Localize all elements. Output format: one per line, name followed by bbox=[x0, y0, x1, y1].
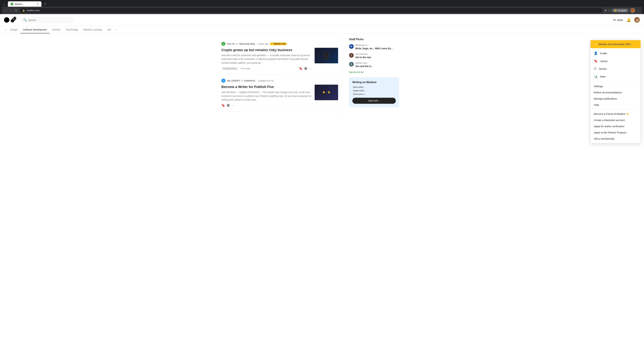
article-tag[interactable]: Cryptocurrency bbox=[221, 67, 238, 70]
bitcoin-icon: ₿ bbox=[325, 52, 328, 60]
dropdown-stories[interactable]: ☰ Stories bbox=[590, 65, 640, 72]
pick-title[interactable]: Birds, bugs, an... Wiki Loves Ea... bbox=[355, 47, 392, 50]
incognito-label: Incognito bbox=[618, 9, 626, 12]
stories-icon: ☰ bbox=[594, 67, 596, 70]
profile-label: Profile bbox=[600, 52, 607, 55]
footer-actions: 🔖 ⓫ ⋯ bbox=[221, 104, 234, 107]
nav-tag-ml[interactable]: Machine Learning bbox=[81, 26, 105, 33]
new-tab-btn[interactable]: + bbox=[43, 1, 48, 7]
notification-btn[interactable]: 🔔 bbox=[626, 18, 631, 22]
article-footer: 🔖 ⓫ ⋯ bbox=[221, 104, 312, 107]
tab-favicon: M bbox=[10, 3, 13, 5]
medium-app: 🗞 🔍 Search ✏ Write 🔔 U ‹ Design Software… bbox=[0, 14, 644, 362]
nav-tag-design[interactable]: Design bbox=[8, 26, 20, 33]
dropdown-gift[interactable]: Gift a membership bbox=[590, 136, 640, 142]
article-byline: Tony Yiu in Alpha Beta Blog · 2 days ago bbox=[227, 42, 268, 45]
stats-icon: 📊 bbox=[594, 75, 598, 78]
pick-info: Quentin Sept Zen and the A... bbox=[355, 62, 373, 68]
dropdown-mastodon[interactable]: Create a Mastodon account bbox=[590, 117, 640, 123]
incognito-btn[interactable]: 😿 Incognito bbox=[612, 8, 628, 12]
pick-avatar: W bbox=[349, 44, 354, 49]
member-since-text: Member since December 2023 bbox=[598, 43, 630, 45]
dropdown-help[interactable]: Help bbox=[590, 102, 640, 108]
author-link[interactable]: Aby JOSEPH bbox=[227, 79, 240, 82]
dropdown-profile[interactable]: 👤 Profile bbox=[590, 49, 640, 57]
more-btn[interactable]: ⋮ bbox=[636, 8, 640, 12]
dropdown-partner[interactable]: Apply to the Partner Program bbox=[590, 129, 640, 136]
write-btn[interactable]: ✏ Write bbox=[613, 18, 623, 22]
article-meta: T Tony Yiu in Alpha Beta Blog · 2 days a… bbox=[221, 42, 338, 46]
search-icon: 🔍 bbox=[23, 18, 27, 22]
tab-bar: ⌄ M Medium ✕ + bbox=[2, 1, 642, 7]
article-title[interactable]: Crypto grows up but remains risky busine… bbox=[221, 48, 312, 52]
nav-tag-software[interactable]: Software Development bbox=[20, 26, 50, 33]
back-btn[interactable]: ← bbox=[4, 8, 8, 12]
pick-author: Joan Westenl... bbox=[355, 53, 371, 55]
article-title[interactable]: Become a Writer for Publish Five bbox=[221, 85, 312, 89]
dislike-btn[interactable]: ⓫ bbox=[304, 67, 307, 70]
publish-thumbnail-image: ✦ ✦ bbox=[314, 85, 338, 100]
see-full-list-link[interactable]: See the full list bbox=[349, 71, 399, 73]
publish-star-icon: ✦ ✦ bbox=[322, 90, 331, 95]
article-excerpt: And still a nest for scammers and gamble… bbox=[221, 53, 312, 65]
browser-profile-btn[interactable] bbox=[630, 8, 635, 13]
header-right: ✏ Write 🔔 U bbox=[613, 17, 640, 23]
writing-bullet-3: Grow your r... bbox=[352, 93, 396, 95]
read-time: 3 min read bbox=[240, 67, 250, 70]
nav-tag-science[interactable]: Science bbox=[50, 26, 63, 33]
writing-card-title: Writing on Medium bbox=[352, 81, 396, 84]
nav-left-arrow[interactable]: ‹ bbox=[4, 26, 8, 33]
writing-card: Writing on Medium New writer... Expert w… bbox=[349, 77, 399, 107]
more-btn[interactable]: ⋯ bbox=[309, 67, 312, 70]
more-btn[interactable]: ⋯ bbox=[232, 104, 234, 107]
dropdown-manage-publications[interactable]: Manage publications bbox=[590, 95, 640, 102]
dislike-btn[interactable]: ⓫ bbox=[227, 104, 230, 107]
pick-avatar: J bbox=[349, 53, 354, 58]
toolbar-icons: ★ □ bbox=[604, 8, 610, 12]
publication-link[interactable]: PublishFive bbox=[244, 79, 255, 82]
lock-icon: 🔒 bbox=[22, 9, 25, 12]
extension-btn[interactable]: □ bbox=[608, 9, 610, 12]
pick-title[interactable]: Zen and the A... bbox=[355, 65, 373, 68]
nav-tag-life[interactable]: Life bbox=[105, 26, 114, 33]
author-link[interactable]: Tony Yiu bbox=[227, 42, 235, 45]
pick-title[interactable]: Get in the Van bbox=[355, 56, 371, 59]
tab-title: Medium bbox=[14, 3, 22, 5]
refresh-btn[interactable]: ↻ bbox=[14, 8, 18, 13]
publication-link[interactable]: Alpha Beta Blog bbox=[239, 42, 255, 45]
nav-right-arrow[interactable]: › bbox=[114, 26, 118, 33]
save-btn[interactable]: 🔖 bbox=[299, 67, 302, 70]
active-tab[interactable]: M Medium ✕ bbox=[8, 1, 42, 7]
address-bar[interactable]: 🔒 medium.com bbox=[20, 8, 603, 13]
dropdown-friend[interactable]: Become a Friend of Medium bbox=[590, 111, 640, 117]
pick-author: Quentin Sept bbox=[355, 62, 373, 64]
crypto-thumbnail-image: ₿ bbox=[314, 48, 338, 63]
friend-label: Become a Friend of Medium bbox=[594, 112, 626, 115]
tab-list-btn[interactable]: ⌄ bbox=[2, 1, 6, 6]
nav-tag-psychology[interactable]: Psychology bbox=[63, 26, 81, 33]
stories-label: Stories bbox=[599, 67, 607, 70]
article-excerpt: Join the team — Update 25/10/2023 — This… bbox=[221, 90, 312, 102]
user-avatar-btn[interactable]: U bbox=[634, 17, 640, 23]
dropdown-settings[interactable]: Settings bbox=[590, 83, 640, 89]
write-label: Write bbox=[617, 18, 623, 21]
staff-pick-item: Q Quentin Sept Zen and the A... bbox=[349, 62, 399, 68]
article-card: T Tony Yiu in Alpha Beta Blog · 2 days a… bbox=[221, 38, 338, 75]
logo-circle bbox=[4, 17, 10, 23]
search-bar[interactable]: 🔍 Search bbox=[20, 17, 74, 23]
save-btn[interactable]: 🔖 bbox=[221, 104, 225, 107]
dropdown-verification[interactable]: Apply for author verification bbox=[590, 123, 640, 129]
start-writing-btn[interactable]: Start writi... bbox=[352, 98, 396, 104]
bookmark-btn[interactable]: ★ bbox=[604, 8, 607, 12]
article-content: Become a Writer for Publish Five Join th… bbox=[221, 85, 312, 107]
dropdown-library[interactable]: 🔖 Library bbox=[590, 57, 640, 65]
dropdown-stats[interactable]: 📊 Stats bbox=[590, 72, 640, 80]
forward-btn[interactable]: → bbox=[9, 8, 13, 12]
medium-logo[interactable]: 🗞 bbox=[4, 16, 17, 23]
tab-close-btn[interactable]: ✕ bbox=[37, 3, 39, 5]
article-body: Crypto grows up but remains risky busine… bbox=[221, 48, 338, 70]
article-meta: A Aby JOSEPH in PublishFive · Updated Oc… bbox=[221, 79, 338, 83]
article-thumbnail: ✦ ✦ bbox=[314, 85, 338, 100]
dropdown-refine[interactable]: Refine recommendations bbox=[590, 89, 640, 95]
staff-pick-item: J Joan Westenl... Get in the Van bbox=[349, 53, 399, 59]
